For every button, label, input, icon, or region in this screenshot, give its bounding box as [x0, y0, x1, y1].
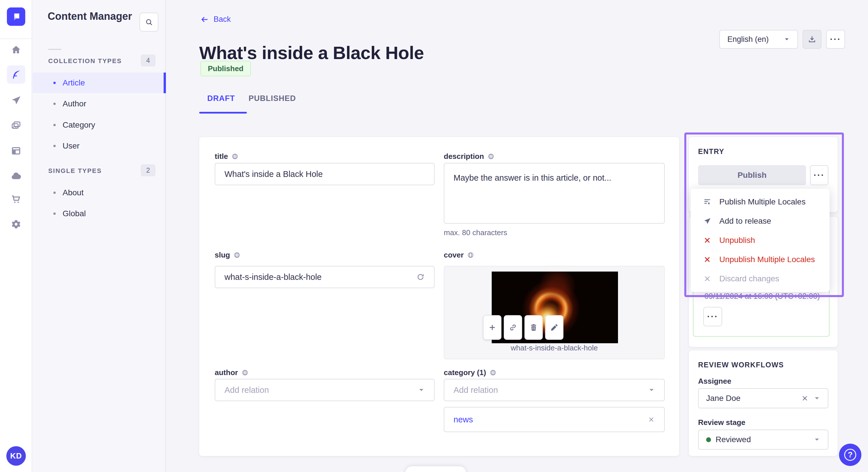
category-field-label: category (1)	[444, 368, 497, 377]
sidebar-title: Content Manager	[48, 10, 132, 22]
content-type-builder-icon[interactable]	[7, 142, 25, 160]
title-field-label: title	[215, 152, 239, 161]
assignee-label: Assignee	[698, 377, 732, 386]
menu-item-discard-changes[interactable]: Discard changes	[691, 274, 830, 283]
export-button[interactable]	[803, 30, 822, 49]
copy-link-button[interactable]	[504, 315, 522, 340]
sidebar-item-about[interactable]: About	[33, 182, 166, 203]
section-collection-types: COLLECTION TYPES	[48, 57, 122, 65]
title-value: What's inside a Black Hole	[224, 169, 322, 179]
assignee-value: Jane Doe	[706, 394, 741, 403]
single-types-count-badge: 2	[141, 164, 156, 176]
author-field-label: author	[215, 368, 249, 377]
user-avatar[interactable]: KD	[6, 446, 26, 466]
cover-filename: what-s-inside-a-black-hole	[444, 343, 664, 352]
title-input[interactable]: What's inside a Black Hole	[215, 163, 435, 185]
category-relation-item[interactable]: news	[444, 407, 665, 432]
list-plus-icon	[703, 198, 712, 206]
description-value: Maybe the answer is in this article, or …	[454, 173, 611, 183]
collection-types-count-badge: 4	[141, 55, 156, 67]
search-icon	[145, 18, 153, 26]
entry-actions-menu: Publish Multiple Locales Add to release …	[691, 189, 830, 292]
release-more-button[interactable]: ···	[703, 307, 722, 326]
sidebar-item-article[interactable]: Article	[33, 72, 166, 93]
cover-media-card: what-s-inside-a-black-hole	[444, 266, 665, 359]
sidebar-item-label: Global	[63, 209, 86, 218]
cloud-icon[interactable]	[7, 167, 25, 185]
locale-globe-icon	[231, 153, 239, 160]
back-link[interactable]: Back	[200, 15, 231, 24]
category-relation-select[interactable]: Add relation	[444, 379, 665, 401]
locale-value: English (en)	[727, 35, 769, 44]
menu-item-unpublish-multiple-locales[interactable]: Unpublish Multiple Locales	[691, 255, 830, 264]
sidebar-item-author[interactable]: Author	[33, 94, 166, 114]
chevron-down-icon	[418, 386, 425, 394]
slug-input[interactable]: what-s-inside-a-black-hole	[215, 266, 435, 288]
sidebar-item-category[interactable]: Category	[33, 115, 166, 135]
trash-icon	[529, 323, 538, 332]
review-stage-label: Review stage	[698, 418, 745, 427]
bullet-icon	[53, 124, 56, 126]
close-icon	[648, 416, 655, 423]
menu-item-unpublish[interactable]: Unpublish	[691, 236, 830, 245]
edit-media-button[interactable]	[545, 315, 563, 340]
publish-button[interactable]: Publish	[698, 165, 806, 185]
link-icon	[508, 323, 517, 332]
header-more-button[interactable]: ···	[826, 30, 845, 49]
locale-globe-icon	[489, 369, 497, 376]
cover-field-label: cover	[444, 250, 474, 260]
media-library-icon[interactable]	[7, 116, 25, 134]
sidebar-item-label: About	[63, 188, 84, 197]
cross-icon	[703, 236, 712, 244]
sidebar-item-global[interactable]: Global	[33, 203, 166, 224]
locale-globe-icon	[241, 369, 249, 376]
add-media-button[interactable]	[483, 315, 501, 340]
bullet-icon	[53, 103, 56, 105]
locale-globe-icon	[467, 251, 474, 259]
ellipsis-icon: ···	[707, 312, 718, 321]
pencil-icon	[550, 323, 559, 332]
locale-select[interactable]: English (en)	[719, 30, 798, 49]
menu-item-add-to-release[interactable]: Add to release	[691, 216, 830, 226]
content-manager-icon[interactable]	[7, 65, 25, 84]
section-single-types: SINGLE TYPES	[48, 167, 102, 175]
sidebar-item-label: Author	[63, 99, 86, 108]
home-icon[interactable]	[7, 41, 25, 59]
ellipsis-icon: ···	[814, 171, 825, 179]
author-relation-select[interactable]: Add relation	[215, 379, 435, 401]
tab-draft[interactable]: DRAFT	[207, 94, 235, 103]
help-button[interactable]: ?	[839, 444, 861, 466]
tab-published[interactable]: PUBLISHED	[249, 94, 296, 103]
relation-link[interactable]: news	[454, 415, 473, 425]
slug-field-label: slug	[215, 250, 241, 260]
menu-item-publish-multiple-locales[interactable]: Publish Multiple Locales	[691, 197, 830, 206]
remove-relation-button[interactable]	[648, 416, 655, 423]
strapi-logo[interactable]	[7, 7, 25, 26]
cross-icon	[703, 275, 712, 283]
regenerate-icon	[416, 273, 425, 281]
nav-rail: KD	[0, 0, 32, 472]
category-placeholder: Add relation	[454, 385, 498, 395]
cross-icon	[703, 256, 712, 264]
back-arrow-icon	[200, 15, 209, 24]
active-tab-underline	[199, 112, 247, 113]
stage-status-dot	[706, 437, 711, 442]
description-textarea[interactable]: Maybe the answer is in this article, or …	[444, 163, 665, 224]
review-workflows-heading: REVIEW WORKFLOWS	[698, 361, 784, 369]
author-placeholder: Add relation	[224, 385, 269, 395]
entry-heading: ENTRY	[698, 147, 724, 156]
entry-more-button[interactable]: ···	[810, 165, 828, 185]
search-button[interactable]	[140, 12, 158, 32]
locale-globe-icon	[487, 153, 495, 160]
releases-icon[interactable]	[7, 91, 25, 109]
settings-gear-icon[interactable]	[7, 215, 25, 233]
marketplace-cart-icon[interactable]	[7, 190, 25, 208]
question-mark-icon: ?	[844, 449, 856, 461]
delete-media-button[interactable]	[524, 315, 543, 340]
assignee-select[interactable]: Jane Doe	[698, 388, 828, 408]
bullet-icon	[53, 145, 56, 147]
sidebar-item-user[interactable]: User	[33, 136, 166, 156]
cover-actions	[483, 315, 563, 340]
menu-item-label: Publish Multiple Locales	[719, 197, 805, 206]
review-stage-select[interactable]: Reviewed	[698, 430, 828, 450]
